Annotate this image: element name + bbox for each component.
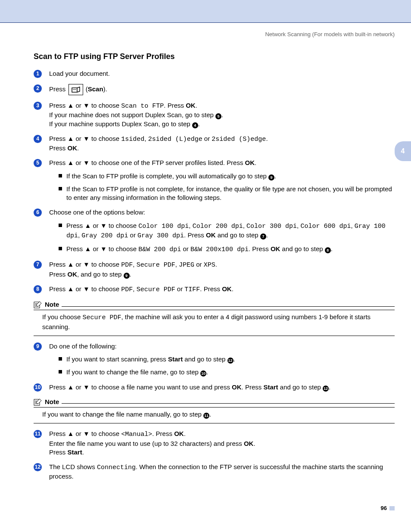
step-text: Press ▲ or ▼ to choose <box>49 261 121 268</box>
start-label: Start <box>68 448 82 456</box>
step-list-cont: Do one of the following: If you want to … <box>34 342 395 392</box>
step-text: . Press <box>200 285 222 292</box>
note-body: If you choose Secure PDF, the machine wi… <box>34 310 395 336</box>
step-text: If you want to start scanning, press <box>66 355 168 363</box>
step-text: Press <box>49 448 68 456</box>
note-icon <box>34 301 42 308</box>
ok-label: OK <box>244 440 254 447</box>
step-text: . Press <box>164 102 186 109</box>
step-text: Press <box>49 271 68 278</box>
step-ref-icon: 9 <box>124 273 130 279</box>
step-ref-icon: 9 <box>268 174 274 180</box>
step-list: Load your document. Press (Scan). Press … <box>34 69 395 294</box>
lcd-text: Color 600 dpi <box>300 223 351 230</box>
step-ref-icon: 11 <box>203 413 209 419</box>
lcd-text: Color 300 dpi <box>246 223 297 230</box>
note-body: If you want to change the file name manu… <box>34 408 395 423</box>
lcd-text: Secure PDF <box>82 314 121 321</box>
step-ref-icon: 12 <box>227 358 234 364</box>
ok-label: OK <box>245 159 255 166</box>
ok-label: OK <box>174 430 184 437</box>
lcd-text: TIFF <box>184 286 200 293</box>
lcd-text: PDF <box>121 286 133 293</box>
step-text: If you want to change the file name, go … <box>66 368 200 376</box>
top-bar <box>0 0 411 23</box>
step-text: and go to step <box>280 245 324 252</box>
step-4: Press ▲ or ▼ to choose 1sided, 2sided (L… <box>34 134 395 153</box>
section-tab: 4 <box>395 141 411 161</box>
step-text: Press <box>49 85 68 93</box>
ok-label: OK <box>186 102 196 109</box>
ok-label: OK <box>222 285 232 292</box>
step-text: Press ▲ or ▼ to choose <box>66 245 138 252</box>
step-text: Load your document. <box>49 70 110 77</box>
step-text: Enter the file name you want to use (up … <box>49 440 244 447</box>
step-text: Do one of the following: <box>49 342 117 350</box>
step-text: If you choose <box>42 313 82 320</box>
step-text: If the Scan to FTP profile is complete, … <box>66 172 268 180</box>
step-6: Choose one of the options below: Press ▲… <box>34 208 395 254</box>
step-text: Press ▲ or ▼ to choose <box>49 430 121 437</box>
lcd-text: <Manual> <box>121 431 152 438</box>
step-11: Press ▲ or ▼ to choose <Manual>. Press O… <box>34 429 395 457</box>
breadcrumb: Network Scanning (For models with built-… <box>0 23 411 38</box>
start-label: Start <box>168 355 183 363</box>
lcd-text: 2sided (S)edge <box>212 136 266 143</box>
lcd-text: Secure PDF <box>137 261 175 269</box>
step-ref-icon: 7 <box>260 233 266 240</box>
ok-label: OK <box>232 383 242 391</box>
page-title: Scan to FTP using FTP Server Profiles <box>34 51 395 62</box>
step-text: Press ▲ or ▼ to choose <box>49 285 121 292</box>
lcd-text: Gray 300 dpi <box>137 232 184 240</box>
sub-list: Press ▲ or ▼ to choose Color 100 dpi, Co… <box>49 221 395 255</box>
step-12: The LCD shows Connecting. When the conne… <box>34 463 395 481</box>
lcd-text: Scan to FTP <box>121 103 164 110</box>
step-text: . Press <box>152 430 174 437</box>
lcd-text: Color 100 dpi <box>138 223 189 230</box>
step-text: The LCD shows <box>49 463 97 470</box>
step-text: . Press <box>184 231 206 239</box>
step-ref-icon: 8 <box>325 247 331 253</box>
step-text: If the Scan to FTP profile is not comple… <box>66 185 392 201</box>
step-text: Press ▲ or ▼ to choose a file name you w… <box>49 383 232 391</box>
lcd-text: 1sided <box>121 136 144 143</box>
ok-label: OK <box>68 144 78 152</box>
list-item: If you want to start scanning, press Sta… <box>59 355 395 364</box>
lcd-text: B&W 200 dpi <box>138 246 181 253</box>
page-content: Scan to FTP using FTP Server Profiles Lo… <box>0 51 411 481</box>
lcd-text: Secure PDF <box>137 286 175 293</box>
step-7: Press ▲ or ▼ to choose PDF, Secure PDF, … <box>34 260 395 279</box>
start-label: Start <box>263 383 278 391</box>
list-item: Press ▲ or ▼ to choose Color 100 dpi, Co… <box>59 221 395 241</box>
step-9: Do one of the following: If you want to … <box>34 342 395 377</box>
step-ref-icon: 12 <box>323 386 329 392</box>
step-text: Press ▲ or ▼ to choose <box>66 222 138 229</box>
lcd-text: B&W 200x100 dpi <box>190 246 249 253</box>
list-item: Press ▲ or ▼ to choose B&W 200 dpi or B&… <box>59 245 395 254</box>
list-item: If the Scan to FTP profile is complete, … <box>59 172 395 180</box>
step-10: Press ▲ or ▼ to choose a file name you w… <box>34 383 395 392</box>
step-3: Press ▲ or ▼ to choose Scan to FTP. Pres… <box>34 101 395 128</box>
list-item: If you want to change the file name, go … <box>59 368 395 376</box>
step-1: Load your document. <box>34 69 395 78</box>
step-text: , and go to step <box>77 271 124 278</box>
step-2: Press (Scan). <box>34 84 395 95</box>
scan-icon <box>68 84 83 95</box>
ok-label: OK <box>271 245 280 252</box>
step-text: and go to step <box>215 231 260 239</box>
step-ref-icon: 5 <box>215 113 221 119</box>
step-5: Press ▲ or ▼ to choose one of the FTP se… <box>34 159 395 202</box>
lcd-text: Gray 200 dpi <box>81 232 128 240</box>
lcd-text: JPEG <box>179 261 194 269</box>
page-number: 96 <box>0 487 411 529</box>
step-text: Press ▲ or ▼ to choose <box>49 102 121 109</box>
step-ref-icon: 4 <box>192 122 198 128</box>
note-title: Note <box>45 398 59 406</box>
sub-list: If you want to start scanning, press Sta… <box>49 355 395 377</box>
lcd-text: PDF <box>121 261 133 269</box>
note-icon <box>34 398 42 406</box>
step-text: Press ▲ or ▼ to choose <box>49 135 121 142</box>
step-text: . Press <box>242 383 264 391</box>
note-title: Note <box>45 300 59 309</box>
step-text: . Press <box>249 245 271 252</box>
